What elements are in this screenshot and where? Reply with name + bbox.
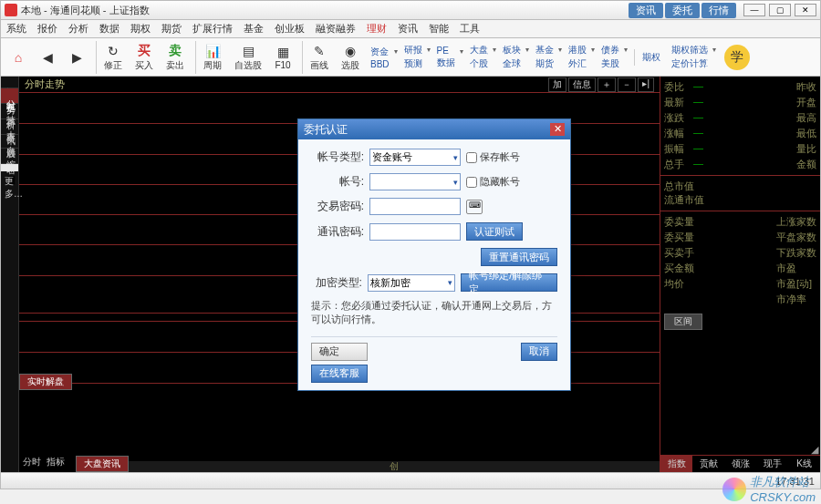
option-button[interactable]: 期权 bbox=[634, 49, 666, 66]
enc-dropdown[interactable]: 核新加密 bbox=[368, 274, 456, 292]
rtab-kline[interactable]: K线 bbox=[788, 456, 820, 472]
chart-minus-button[interactable]: － bbox=[618, 77, 636, 92]
fund-dropdown[interactable]: 资金BBD bbox=[367, 44, 399, 71]
sidebar-item-market-news[interactable]: 大盘资讯 bbox=[1, 119, 18, 135]
test-auth-button[interactable]: 认证则试 bbox=[466, 222, 523, 241]
tab-indicator[interactable]: 指标 bbox=[47, 456, 65, 472]
tab-market-news[interactable]: 大盘资讯 bbox=[76, 456, 129, 472]
hide-acct-input[interactable] bbox=[466, 177, 477, 188]
sidebar-more[interactable]: 更多… bbox=[1, 171, 18, 204]
buy-button[interactable]: 买买入 bbox=[130, 41, 159, 74]
rtab-index[interactable]: 指数 bbox=[660, 456, 692, 472]
chart-end-button[interactable]: ▸| bbox=[638, 77, 654, 92]
quote-rows: 委比—昨收 最新—开盘 涨跌—最高 涨幅—最低 振幅—量比 总手—金额 bbox=[660, 77, 820, 175]
rtab-leaders[interactable]: 领涨 bbox=[724, 456, 756, 472]
dialog-close-button[interactable]: ✕ bbox=[550, 123, 565, 136]
comm-pw-input[interactable] bbox=[369, 223, 461, 241]
save-acct-input[interactable] bbox=[466, 152, 477, 163]
menu-system[interactable]: 系统 bbox=[6, 22, 26, 36]
dialog-body: 帐号类型: 资金账号 保存帐号 帐号: 隐藏帐号 交易密码: ⌨ 通讯密码: 认… bbox=[298, 139, 570, 390]
home-icon: ⌂ bbox=[10, 49, 26, 66]
realtime-tab[interactable]: 实时解盘 bbox=[19, 374, 72, 390]
tab-timeshare[interactable]: 分时 bbox=[23, 456, 41, 472]
interval-button[interactable]: 区间 bbox=[664, 314, 702, 330]
fund2-dropdown[interactable]: 基金期货 bbox=[532, 42, 563, 72]
f10-button[interactable]: ▦F10 bbox=[269, 42, 296, 72]
chart-plus-button[interactable]: ＋ bbox=[598, 77, 616, 92]
menu-fund[interactable]: 基金 bbox=[244, 22, 264, 36]
app-icon bbox=[5, 4, 17, 16]
menu-smart[interactable]: 智能 bbox=[429, 22, 449, 36]
sell-button[interactable]: 卖卖出 bbox=[161, 41, 190, 74]
research-dropdown[interactable]: 研报预测 bbox=[400, 42, 431, 72]
acct-type-dropdown[interactable]: 资金账号 bbox=[369, 149, 461, 166]
pe-dropdown[interactable]: PE数据 bbox=[433, 44, 464, 71]
market-dropdown[interactable]: 大盘个股 bbox=[466, 42, 497, 72]
rtab-contrib[interactable]: 贡献 bbox=[692, 456, 724, 472]
reset-pw-button[interactable]: 重置通讯密码 bbox=[481, 248, 557, 266]
list-icon: ▤ bbox=[240, 43, 256, 59]
back-button[interactable]: ◀ bbox=[34, 47, 61, 67]
title-tab-quote[interactable]: 行情 bbox=[701, 3, 736, 18]
service-button[interactable]: 在线客服 bbox=[311, 365, 368, 383]
menu-info[interactable]: 资讯 bbox=[398, 22, 418, 36]
self-stock-button[interactable]: ▤自选股 bbox=[229, 41, 267, 74]
cancel-button[interactable]: 取消 bbox=[521, 343, 557, 361]
trade-pw-input[interactable] bbox=[369, 198, 461, 215]
sidebar-item-timeshare[interactable]: 分时走势 bbox=[1, 88, 18, 104]
sidebar-item-tech[interactable]: 技术分析 bbox=[1, 104, 18, 119]
buy-icon: 买 bbox=[136, 43, 152, 59]
chart-info-button[interactable]: 信息 bbox=[568, 77, 596, 92]
label-buyamt: 买金额 bbox=[664, 262, 694, 275]
title-tab-trade[interactable]: 委托 bbox=[665, 3, 700, 18]
forward-button[interactable]: ▶ bbox=[63, 47, 90, 67]
back-icon: ◀ bbox=[39, 49, 56, 66]
title-tab-news[interactable]: 资讯 bbox=[629, 3, 663, 18]
trade-pw-label: 交易密码: bbox=[311, 199, 364, 214]
ticker-bar[interactable]: 创 bbox=[129, 461, 660, 472]
close-button[interactable]: ✕ bbox=[795, 4, 816, 16]
rtab-current[interactable]: 现手 bbox=[756, 456, 788, 472]
menu-quote[interactable]: 报价 bbox=[37, 22, 57, 36]
menu-margin[interactable]: 融资融券 bbox=[316, 22, 356, 36]
comm-pw-label: 通讯密码: bbox=[311, 224, 364, 240]
menu-futures[interactable]: 期货 bbox=[161, 22, 182, 36]
fix-button[interactable]: ↻修正 bbox=[96, 41, 128, 74]
resize-handle[interactable]: ◢ bbox=[811, 444, 818, 456]
opt-filter-dropdown[interactable]: 期权筛选定价计算 bbox=[668, 42, 717, 72]
watermark-line2: CRSKY.com bbox=[750, 490, 816, 504]
sidebar-live[interactable]: 直播间 bbox=[1, 164, 18, 171]
hide-acct-checkbox[interactable]: 隐藏帐号 bbox=[466, 175, 520, 189]
period-button[interactable]: 📊周期 bbox=[195, 41, 227, 74]
home-button[interactable]: ⌂ bbox=[5, 47, 32, 67]
menu-option[interactable]: 期权 bbox=[130, 22, 151, 36]
acct-dropdown[interactable] bbox=[369, 173, 461, 190]
enc-label: 加密类型: bbox=[311, 275, 362, 291]
label-avgprice: 均价 bbox=[664, 277, 694, 291]
bond-dropdown[interactable]: 债券美股 bbox=[598, 42, 629, 72]
block-dropdown[interactable]: 板块全球 bbox=[499, 42, 530, 72]
value-latest: — bbox=[693, 96, 787, 109]
chart-add-button[interactable]: 加 bbox=[548, 77, 566, 92]
sidebar-item-self[interactable]: 自选股 bbox=[1, 135, 18, 149]
learn-button[interactable]: 学 bbox=[724, 45, 750, 70]
menu-tools[interactable]: 工具 bbox=[460, 22, 480, 36]
menu-extended[interactable]: 扩展行情 bbox=[192, 22, 233, 36]
bind-button[interactable]: 帐号绑定/解除绑定 bbox=[461, 273, 557, 292]
minimize-button[interactable]: — bbox=[743, 4, 765, 16]
menu-analysis[interactable]: 分析 bbox=[68, 22, 88, 36]
keyboard-icon[interactable]: ⌨ bbox=[466, 200, 483, 214]
dialog-titlebar[interactable]: 委托认证 ✕ bbox=[298, 119, 570, 139]
ok-button[interactable]: 确定 bbox=[311, 343, 368, 361]
sidebar-item-rank[interactable]: 综合排名 bbox=[1, 149, 18, 164]
select-button[interactable]: ◉选股 bbox=[336, 41, 365, 74]
ticker-text: 创 bbox=[390, 460, 399, 473]
maximize-button[interactable]: ▢ bbox=[769, 4, 791, 16]
menu-finance[interactable]: 理财 bbox=[367, 22, 387, 36]
sidebar-item-news[interactable]: 资讯 bbox=[1, 77, 18, 88]
menu-gem[interactable]: 创业板 bbox=[275, 22, 305, 36]
save-acct-checkbox[interactable]: 保存帐号 bbox=[466, 150, 520, 164]
draw-button[interactable]: ✎画线 bbox=[302, 41, 334, 74]
hk-dropdown[interactable]: 港股外汇 bbox=[565, 42, 596, 72]
menu-data[interactable]: 数据 bbox=[99, 22, 120, 36]
